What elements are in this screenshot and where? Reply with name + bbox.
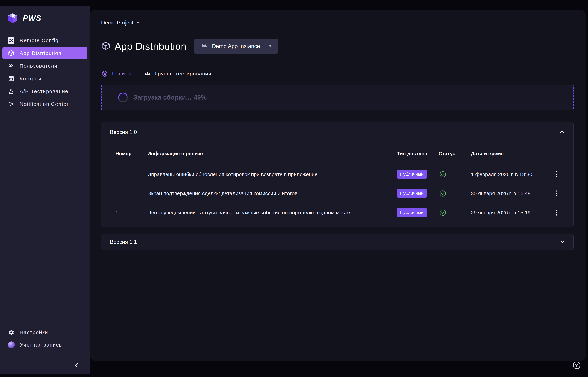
app-root: PWS Remote Config App Distr [0,0,588,377]
col-datetime: Дата и время [471,151,552,156]
sidebar-item-app-distribution[interactable]: App Distribution [2,47,87,59]
page-title: App Distribution [115,40,186,52]
sidebar-item-settings[interactable]: Настройки [2,326,87,339]
status-check-icon [439,209,471,216]
chevron-down-icon[interactable] [559,238,566,246]
version-card-1-1: Версия 1.1 [101,234,574,250]
gear-icon [8,329,14,336]
release-number: 1 [115,190,147,196]
app-instance-label: Demo App Instance [212,43,260,49]
sidebar-item-label: Учетная запись [20,342,62,348]
release-datetime: 29 января 2026 г. в 15:19 [471,210,552,215]
sidebar-item-label: Настройки [20,330,48,335]
row-menu-kebab-icon[interactable] [552,171,560,177]
release-number: 1 [115,210,147,215]
releases-table: Номер Информация о релизе Тип доступа Ст… [101,142,573,227]
upload-status-text: Загрузка сборки... 49% [133,94,207,101]
android-icon [201,42,208,50]
loading-spinner-icon [117,91,129,104]
upload-status-label: Загрузка сборки... [133,94,192,101]
brand-name: PWS [23,13,41,23]
access-type-badge: Публичный [397,189,427,198]
release-datetime: 30 января 2026 г. в 16:48 [471,190,552,196]
status-check-icon [439,171,471,178]
sidebar-item-cohorts[interactable]: Когорты [2,72,87,85]
status-check-icon [439,190,471,197]
sidebar-item-label: A/B Тестирование [20,88,68,94]
tab-label: Релизы [112,71,132,77]
version-card-header[interactable]: Версия 1.0 [101,122,573,142]
sidebar-nav: Remote Config App Distribution [0,34,90,110]
col-status: Статус [439,151,471,156]
releases-icon [101,70,108,77]
table-row: 1 Экран подтверждения сделки: детализаци… [115,184,561,203]
table-row: 1 Центр уведомлений: статусы заявок и ва… [115,203,561,222]
sidebar-item-notification-center[interactable]: Notification Center [2,98,87,110]
release-info: Экран подтверждения сделки: детализация … [147,190,397,196]
send-icon [8,101,14,107]
help-button[interactable]: ? [573,362,580,369]
table-header-row: Номер Информация о релизе Тип доступа Ст… [115,143,561,165]
sidebar-item-remote-config[interactable]: Remote Config [2,34,87,47]
users-icon [8,63,14,69]
sidebar-item-label: App Distribution [20,50,62,56]
logo-row: PWS [0,6,90,28]
sidebar-divider [7,29,82,29]
row-menu-kebab-icon[interactable] [552,210,560,215]
main-content: Demo Project App Distribution Demo App I… [90,10,586,361]
project-selector[interactable]: Demo Project [101,20,140,26]
chevron-down-icon [136,22,140,24]
release-info: Центр уведомлений: статусы заявок и важн… [147,210,397,215]
sidebar-footer: Настройки Учетная запись [0,326,90,374]
sidebar-item-label: Remote Config [20,37,59,43]
sidebar-item-label: Notification Center [20,101,69,107]
sidebar-footer-divider [7,352,82,352]
col-access-type: Тип доступа [397,151,439,156]
table-row: 1 Иправлены ошибки обновления котировок … [115,165,561,184]
release-datetime: 1 февраля 2026 г. в 18:30 [471,171,552,177]
groups-icon [144,70,151,77]
version-title: Версия 1.1 [110,239,137,245]
access-type-badge: Публичный [397,208,427,217]
col-release-info: Информация о релизе [147,151,397,156]
question-mark-icon: ? [575,363,578,368]
tab-releases[interactable]: Релизы [101,70,132,77]
tab-bar: Релизы Группы тестирования [101,70,586,77]
app-distribution-icon [101,41,110,51]
page-title-row: App Distribution Demo App Instance [101,34,586,59]
version-card-1-0: Версия 1.0 Номер Информация о релизе Тип… [101,122,574,227]
sidebar-item-label: Пользователи [20,63,58,69]
version-title: Версия 1.0 [110,129,137,135]
cohorts-icon [8,75,14,82]
sidebar-collapse-row [0,357,90,374]
upload-progress-percent: 49% [193,94,207,101]
release-number: 1 [115,171,147,177]
sidebar-item-ab-testing[interactable]: A/B Тестирование [2,85,87,98]
app-instance-selector[interactable]: Demo App Instance [194,39,278,54]
chevron-up-icon[interactable] [559,129,566,136]
user-avatar [8,341,15,348]
sidebar-item-label: Когорты [20,76,41,82]
sidebar: PWS Remote Config App Distr [0,6,90,374]
collapse-sidebar-icon[interactable] [73,362,80,369]
sidebar-item-users[interactable]: Пользователи [2,60,87,72]
flask-icon [8,88,14,95]
access-type-badge: Публичный [397,170,427,178]
version-card-header[interactable]: Версия 1.1 [101,234,573,250]
package-cube-icon [8,50,14,57]
project-selector-label: Demo Project [101,20,133,26]
pws-logo-icon [7,12,18,24]
build-upload-dropzone[interactable]: Загрузка сборки... 49% [101,84,574,110]
tab-label: Группы тестирования [155,71,212,77]
col-number: Номер [115,151,147,156]
chevron-down-icon [268,45,272,47]
remote-config-icon [8,37,14,44]
row-menu-kebab-icon[interactable] [552,190,560,196]
tab-testing-groups[interactable]: Группы тестирования [144,70,212,77]
sidebar-item-account[interactable]: Учетная запись [2,339,87,351]
release-info: Иправлены ошибки обновления котировок пр… [147,171,397,177]
